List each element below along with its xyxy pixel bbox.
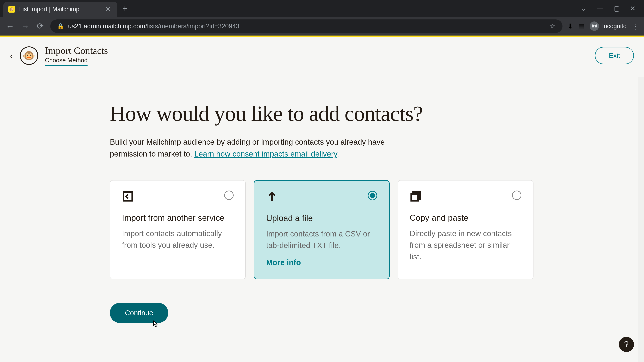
- address-bar[interactable]: 🔒 us21.admin.mailchimp.com/lists/members…: [50, 19, 562, 33]
- card-desc: Import contacts automatically from tools…: [122, 228, 234, 251]
- main-description: Build your Mailchimp audience by adding …: [110, 136, 403, 160]
- browser-menu-button[interactable]: ⋮: [632, 22, 639, 30]
- card-title: Upload a file: [266, 213, 377, 223]
- window-controls: ⌄ — ▢ ✕: [581, 4, 641, 12]
- browser-chrome: 🐵 List Import | Mailchimp ✕ + ⌄ — ▢ ✕ ← …: [0, 0, 644, 35]
- app-header: ‹ 🐵 Import Contacts Choose Method Exit: [0, 37, 644, 74]
- radio-import-service[interactable]: [224, 191, 234, 200]
- card-title: Copy and paste: [410, 213, 522, 223]
- card-import-service[interactable]: Import from another service Import conta…: [110, 180, 246, 279]
- option-cards: Import from another service Import conta…: [110, 180, 534, 279]
- scrollbar[interactable]: [638, 77, 644, 362]
- copy-paste-icon: [410, 191, 422, 205]
- upload-icon: [266, 191, 278, 205]
- consent-link[interactable]: Learn how consent impacts email delivery: [194, 149, 337, 158]
- card-desc: Directly paste in new contacts from a sp…: [410, 228, 522, 263]
- address-bar-row: ← → ⟳ 🔒 us21.admin.mailchimp.com/lists/m…: [0, 17, 644, 35]
- maximize-icon[interactable]: ▢: [614, 4, 620, 12]
- close-window-icon[interactable]: ✕: [630, 4, 636, 12]
- radio-upload-file[interactable]: [368, 191, 377, 200]
- mailchimp-logo-icon[interactable]: 🐵: [20, 46, 38, 65]
- reading-list-icon[interactable]: ▤: [578, 22, 585, 30]
- card-upload-file[interactable]: Upload a file Import contacts from a CSV…: [254, 180, 390, 279]
- page-title: Import Contacts: [45, 45, 108, 56]
- tab-favicon-icon: 🐵: [8, 6, 15, 12]
- card-title: Import from another service: [122, 213, 234, 223]
- nav-forward-button[interactable]: →: [20, 21, 30, 31]
- browser-tab[interactable]: 🐵 List Import | Mailchimp ✕: [3, 2, 118, 17]
- continue-button[interactable]: Continue: [110, 303, 168, 323]
- close-tab-icon[interactable]: ✕: [105, 5, 111, 13]
- incognito-label: Incognito: [602, 23, 626, 30]
- main-content: How would you like to add contacts? Buil…: [110, 74, 534, 323]
- svg-rect-1: [411, 194, 418, 201]
- card-copy-paste[interactable]: Copy and paste Directly paste in new con…: [398, 180, 534, 279]
- lock-icon: 🔒: [57, 23, 64, 29]
- exit-button[interactable]: Exit: [595, 47, 634, 64]
- import-service-icon: [122, 191, 134, 205]
- main-heading: How would you like to add contacts?: [110, 101, 422, 126]
- more-info-link[interactable]: More info: [266, 258, 377, 267]
- page-subtitle: Choose Method: [45, 57, 88, 66]
- accent-bar: [0, 35, 644, 37]
- back-chevron-icon[interactable]: ‹: [10, 50, 13, 61]
- tab-title: List Import | Mailchimp: [19, 6, 101, 13]
- incognito-badge[interactable]: 🕶 Incognito: [590, 21, 626, 31]
- card-desc: Import contacts from a CSV or tab-delimi…: [266, 228, 377, 251]
- star-icon[interactable]: ☆: [550, 22, 556, 30]
- chevron-down-icon[interactable]: ⌄: [581, 4, 587, 12]
- minimize-icon[interactable]: —: [597, 4, 604, 12]
- tab-bar: 🐵 List Import | Mailchimp ✕ + ⌄ — ▢ ✕: [0, 0, 644, 17]
- help-button[interactable]: ?: [619, 337, 634, 352]
- radio-copy-paste[interactable]: [512, 191, 522, 200]
- incognito-icon: 🕶: [590, 21, 599, 31]
- nav-back-button[interactable]: ←: [5, 21, 15, 31]
- url-text: us21.admin.mailchimp.com/lists/members/i…: [68, 23, 239, 30]
- nav-reload-button[interactable]: ⟳: [35, 21, 45, 31]
- new-tab-button[interactable]: +: [122, 3, 127, 13]
- download-icon[interactable]: ⬇: [568, 22, 573, 30]
